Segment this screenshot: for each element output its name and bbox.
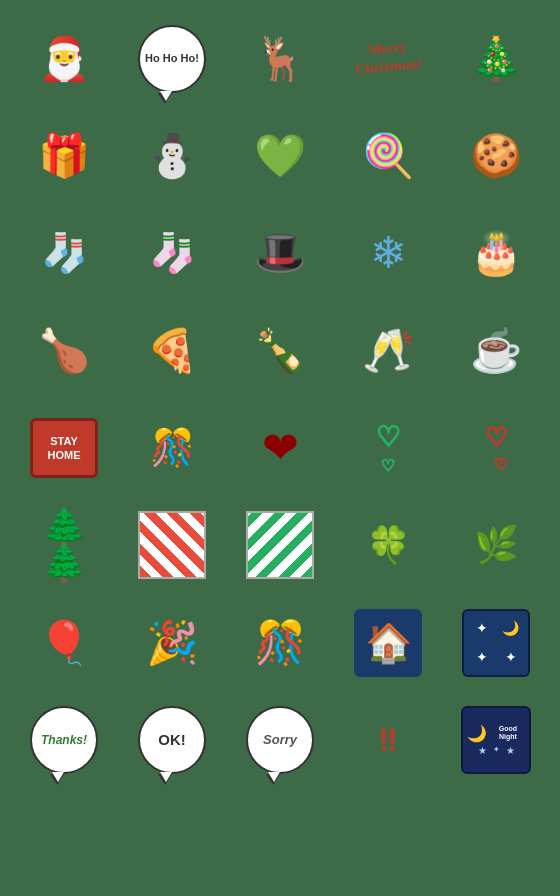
hohoho-text: Ho Ho Ho! [145,52,199,65]
sticker-night-window: ✦ 🌙 ✦ ✦ [462,609,530,677]
sticker-confetti1: 🎉 [132,603,212,683]
gn-quad2: 🌙 [497,615,524,642]
sticker-gifts: 🎁 [24,116,104,196]
sticker-ornaments: 🎊 [132,408,212,488]
sticker-red-stripes [138,511,206,579]
sticker-holly1: 🍀 [348,505,428,585]
star3-icon: ★ [506,745,515,756]
sorry-text: Sorry [263,732,297,748]
sticker-gingerbread: 🍪 [456,116,536,196]
cell-exclamation[interactable]: ‼ [334,691,442,788]
sticker-hohoho: Ho Ho Ho! [138,25,206,93]
cell-red-stripes[interactable] [118,497,226,594]
sticker-red-stocking: 🧦 [24,213,104,293]
sticker-pine-trees: 🌲🌲 [24,505,104,585]
sticker-grid: 🎅 Ho Ho Ho! 🦌 MerryChristmas! 🎄 🎁 ⛄ 💚 🍭 … [0,0,560,896]
sticker-snow-house: 🏠 [354,609,422,677]
gn-quad4: ✦ [497,644,524,671]
sticker-sorry: Sorry [246,706,314,774]
cell-green-hearts[interactable]: ♡ ♡ [334,399,442,496]
cell-santa[interactable]: 🎅 [10,10,118,107]
sticker-green-stripes [246,511,314,579]
sticker-confetti2: 🎊 [240,603,320,683]
sticker-reindeer: 🦌 [240,19,320,99]
cell-cake[interactable]: 🎂 [442,205,550,302]
star1-icon: ★ [478,745,487,756]
green-heart-small: ♡ [381,456,395,475]
cell-confetti2[interactable]: 🎊 [226,594,334,691]
sticker-pizza: 🍕 [132,311,212,391]
gn-quad1: ✦ [468,615,495,642]
sticker-champagne: 🍾 [240,311,320,391]
cell-merry-christmas[interactable]: MerryChristmas! [334,10,442,107]
sticker-red-balloon: 🎈 [24,603,104,683]
sticker-wreath: 💚 [240,116,320,196]
sticker-thanks: Thanks! [30,706,98,774]
cell-green-stocking[interactable]: 🧦 [118,205,226,302]
cell-snowflake[interactable]: ❄ [334,205,442,302]
cell-red-hearts[interactable]: ♡ ♡ [442,399,550,496]
cell-champagne[interactable]: 🍾 [226,302,334,399]
sticker-santa-hat: 🎩 [240,213,320,293]
cell-pizza[interactable]: 🍕 [118,302,226,399]
sticker-merry-christmas: MerryChristmas! [353,38,423,80]
sticker-santa: 🎅 [24,19,104,99]
cell-stay-home[interactable]: STAYHOME [10,399,118,496]
cell-red-heart[interactable]: ❤ [226,399,334,496]
sticker-snowman: ⛄ [132,116,212,196]
cell-gingerbread[interactable]: 🍪 [442,107,550,204]
cell-christmas-tree[interactable]: 🎄 [442,10,550,107]
sticker-toasting: 🥂 [348,311,428,391]
cell-ok[interactable]: OK! [118,691,226,788]
cell-hot-mug[interactable]: ☕ [442,302,550,399]
sticker-stay-home: STAYHOME [30,418,98,478]
sticker-green-hearts: ♡ ♡ [376,420,401,475]
cell-ornaments[interactable]: 🎊 [118,399,226,496]
cell-sorry[interactable]: Sorry [226,691,334,788]
stay-home-text: STAYHOME [48,434,81,463]
sticker-holly2: 🌿 [456,505,536,585]
cell-night-window[interactable]: ✦ 🌙 ✦ ✦ [442,594,550,691]
star2-icon: ✦ [493,745,500,756]
sticker-snowflake: ❄ [370,231,407,275]
sticker-hot-mug: ☕ [456,311,536,391]
sticker-red-heart: ❤ [262,422,299,473]
cell-holly1[interactable]: 🍀 [334,497,442,594]
cell-hohoho[interactable]: Ho Ho Ho! [118,10,226,107]
cell-holly2[interactable]: 🌿 [442,497,550,594]
cell-turkey-leg[interactable]: 🍗 [10,302,118,399]
sticker-turkey-leg: 🍗 [24,311,104,391]
cell-red-balloon[interactable]: 🎈 [10,594,118,691]
sticker-christmas-tree: 🎄 [456,19,536,99]
good-night-text: Good Night [491,725,525,742]
cell-green-stripes[interactable] [226,497,334,594]
cell-pine-trees[interactable]: 🌲🌲 [10,497,118,594]
cell-candy-cane[interactable]: 🍭 [334,107,442,204]
cell-red-stocking[interactable]: 🧦 [10,205,118,302]
green-heart-large: ♡ [376,420,401,453]
cell-santa-hat[interactable]: 🎩 [226,205,334,302]
thanks-text: Thanks! [41,733,87,747]
cell-thanks[interactable]: Thanks! [10,691,118,788]
cell-reindeer[interactable]: 🦌 [226,10,334,107]
sticker-candy-cane: 🍭 [348,116,428,196]
sticker-exclamation: ‼ [378,724,397,756]
sticker-red-hearts: ♡ ♡ [485,422,508,474]
sticker-green-stocking: 🧦 [132,213,212,293]
red-heart-small: ♡ [494,455,508,474]
ok-text: OK! [158,731,186,749]
cell-toasting[interactable]: 🥂 [334,302,442,399]
cell-gifts[interactable]: 🎁 [10,107,118,204]
sticker-good-night: 🌙 Good Night ★ ✦ ★ [461,706,531,774]
excl-mark1: ‼ [378,724,397,756]
cell-confetti1[interactable]: 🎉 [118,594,226,691]
cell-snow-house[interactable]: 🏠 [334,594,442,691]
cell-wreath[interactable]: 💚 [226,107,334,204]
sticker-ok: OK! [138,706,206,774]
cell-good-night[interactable]: 🌙 Good Night ★ ✦ ★ [442,691,550,788]
moon-icon: 🌙 [467,724,487,743]
cell-snowman[interactable]: ⛄ [118,107,226,204]
gn-quad3: ✦ [468,644,495,671]
red-heart-large: ♡ [485,422,508,453]
sticker-cake: 🎂 [456,213,536,293]
